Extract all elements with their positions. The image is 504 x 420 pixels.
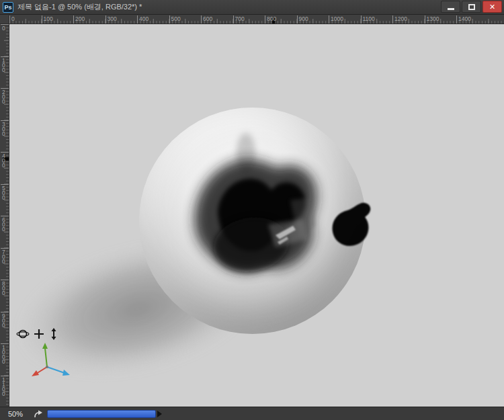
ruler-major-tick xyxy=(106,15,106,24)
paint-crescent-blob xyxy=(333,203,371,246)
ruler-major-tick xyxy=(361,15,362,24)
ruler-major-tick xyxy=(329,15,329,24)
ruler-major-tick xyxy=(233,15,234,24)
ruler-major-tick xyxy=(456,15,457,24)
ruler-label: 2 0 0 xyxy=(2,90,5,104)
photoshop-app-icon: Ps xyxy=(3,2,13,13)
document-canvas[interactable] xyxy=(9,24,504,407)
ruler-label: 700 xyxy=(235,15,245,22)
ruler-label: 500 xyxy=(171,15,181,22)
ruler-label: 1100 xyxy=(363,15,375,22)
ruler-label: 200 xyxy=(75,15,85,22)
minimize-button[interactable] xyxy=(441,1,460,13)
status-flyout-icon[interactable] xyxy=(34,409,43,418)
ruler-label: 1300 xyxy=(427,15,439,22)
status-bar: 50% xyxy=(0,407,504,420)
ruler-label: 0 xyxy=(2,26,5,31)
ruler-major-tick xyxy=(392,15,393,24)
status-progress-bar xyxy=(47,410,156,418)
maximize-button[interactable] xyxy=(462,1,481,13)
orbit-3d-icon xyxy=(17,331,29,338)
ruler-major-tick xyxy=(265,15,265,24)
axis-y-green xyxy=(42,343,48,367)
ruler-label: 400 xyxy=(139,15,149,22)
ruler-label: 7 0 0 xyxy=(2,250,5,264)
pan-3d-icon xyxy=(34,329,44,339)
ruler-corner[interactable] xyxy=(0,15,9,24)
slide-3d-icon xyxy=(52,328,56,340)
ruler-label: 900 xyxy=(299,15,308,22)
painted-blob-layer xyxy=(9,24,504,407)
title-bar[interactable]: Ps 제목 없음-1 @ 50% (배경, RGB/32*) * ✕ xyxy=(0,0,504,15)
ruler-label: 8 0 0 xyxy=(2,282,5,296)
ruler-label: 1 1 0 0 xyxy=(2,378,5,396)
ruler-major-tick xyxy=(42,15,42,24)
horizontal-ruler[interactable]: 0100200300400500600700800900100011001200… xyxy=(9,15,504,24)
ruler-major-tick xyxy=(9,15,10,24)
ruler-label: 0 xyxy=(11,15,15,22)
ruler-label: 100 xyxy=(44,15,53,22)
minimize-icon xyxy=(448,8,454,10)
ruler-label: 5 0 0 xyxy=(2,186,5,200)
ruler-label: 1200 xyxy=(394,15,407,22)
ruler-label: 4 0 0 xyxy=(2,154,5,168)
ruler-label: 1400 xyxy=(458,15,471,22)
maximize-icon xyxy=(468,4,475,10)
photoshop-window: Ps 제목 없음-1 @ 50% (배경, RGB/32*) * ✕ 01002… xyxy=(0,0,504,420)
ruler-label: 6 0 0 xyxy=(2,218,5,232)
vertical-ruler[interactable]: 01 0 02 0 03 0 04 0 05 0 06 0 07 0 08 0 … xyxy=(0,24,9,407)
ruler-major-tick xyxy=(169,15,170,24)
3d-axis-widget[interactable] xyxy=(27,340,81,387)
ruler-major-tick xyxy=(137,15,138,24)
ruler-label: 800 xyxy=(267,15,276,22)
ruler-label: 9 0 0 xyxy=(2,314,5,328)
close-button[interactable]: ✕ xyxy=(482,1,502,13)
close-icon: ✕ xyxy=(489,3,495,11)
zoom-level-field[interactable]: 50% xyxy=(8,410,31,418)
ruler-label: 300 xyxy=(108,15,117,22)
ruler-major-tick xyxy=(297,15,298,24)
ruler-major-tick xyxy=(201,15,202,24)
ruler-label: 1 0 0 xyxy=(2,58,5,73)
status-popup-arrow-icon[interactable] xyxy=(157,411,162,417)
axis-z-blue xyxy=(47,367,70,376)
ruler-label: 1 0 0 0 xyxy=(2,345,5,364)
3d-tool-icons[interactable] xyxy=(15,327,69,341)
ruler-label: 600 xyxy=(203,15,212,22)
axis-x-red xyxy=(32,367,47,376)
document-title: 제목 없음-1 @ 50% (배경, RGB/32*) * xyxy=(17,2,142,12)
ruler-label: 1000 xyxy=(331,15,343,22)
ruler-label: 3 0 0 xyxy=(2,122,5,136)
window-controls: ✕ xyxy=(441,1,502,13)
axis-origin xyxy=(46,366,48,368)
ruler-major-tick xyxy=(73,15,74,24)
ruler-major-tick xyxy=(425,15,425,24)
